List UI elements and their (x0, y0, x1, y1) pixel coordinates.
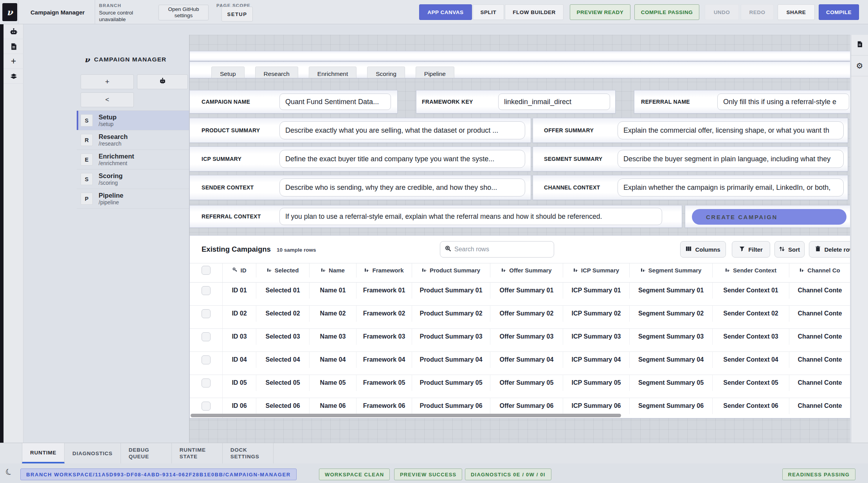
page-tab-research[interactable]: Research (255, 67, 298, 78)
dock-tab-debug-queue[interactable]: DEBUG QUEUE (121, 443, 172, 463)
sidebar-logo-icon: ν (85, 55, 90, 64)
column-header-name[interactable]: Name (310, 263, 357, 278)
referral-name-input[interactable] (717, 94, 849, 110)
column-header-icp-summary[interactable]: ICP Summary (563, 263, 630, 278)
column-header-product-summary[interactable]: Product Summary (412, 263, 490, 278)
offer-summary-input[interactable] (618, 121, 844, 139)
dock-tab-dock-settings[interactable]: DOCK SETTINGS (223, 443, 274, 463)
column-header-framework[interactable]: Framework (357, 263, 412, 278)
create-campaign-button[interactable]: CREATE CAMPAIGN (692, 209, 846, 225)
columns-button[interactable]: Columns (680, 241, 726, 258)
page-tab-setup[interactable]: Setup (211, 67, 245, 78)
delete-rows-button[interactable]: Delete rows (809, 241, 850, 258)
add-rail-button[interactable]: + (4, 54, 23, 69)
channel-context-label: CHANNEL CONTEXT (544, 184, 600, 191)
table-cell-spacer (190, 345, 223, 352)
document-panel-button[interactable] (851, 35, 868, 56)
share-button[interactable]: SHARE (778, 4, 815, 20)
referral-context-input[interactable] (279, 208, 662, 225)
table-cell: Offer Summary 04 (490, 352, 563, 368)
table-cell: Sender Context 02 (713, 306, 789, 322)
preview-success-badge: PREVIEW SUCCESS (394, 469, 462, 480)
filter-button[interactable]: Filter (732, 241, 770, 258)
row-checkbox[interactable] (202, 355, 211, 364)
settings-panel-button[interactable]: ⚙ (851, 56, 868, 76)
horizontal-scrollbar[interactable] (191, 414, 621, 417)
framework-key-input[interactable] (498, 94, 610, 110)
column-header-sender-context[interactable]: Sender Context (713, 263, 789, 278)
page-tab-enrichment[interactable]: Enrichment (309, 67, 357, 78)
redo-button[interactable]: REDO (741, 4, 774, 20)
layers-rail-button[interactable] (4, 69, 23, 84)
row-checkbox[interactable] (202, 402, 211, 411)
search-input[interactable] (454, 246, 549, 253)
page-tab-scoring[interactable]: Scoring (367, 67, 405, 78)
column-header-selected[interactable]: Selected (256, 263, 310, 278)
dock-tab-runtime[interactable]: RUNTIME (22, 443, 65, 463)
dock-tab-runtime-state[interactable]: RUNTIME STATE (172, 443, 223, 463)
product-summary-input[interactable] (279, 121, 525, 139)
channel-context-input[interactable] (618, 178, 844, 196)
segment-summary-input[interactable] (618, 150, 844, 168)
moon-icon[interactable]: ☾ (4, 466, 14, 478)
add-page-button[interactable]: + (81, 74, 134, 89)
table-cell: Offer Summary 06 (490, 398, 563, 414)
column-header-segment-summary[interactable]: Segment Summary (630, 263, 713, 278)
compile-button[interactable]: COMPILE (819, 4, 859, 20)
table-cell: Sender Context 03 (713, 329, 789, 345)
app-title: Campaign Manager (31, 0, 85, 24)
document-icon (856, 41, 863, 49)
table-cell: Product Summary 06 (412, 398, 490, 414)
campaign-name-input[interactable] (279, 94, 391, 110)
sort-bars-icon (364, 267, 369, 274)
table-cell: ID 02 (223, 306, 256, 322)
sidebar-item-setup[interactable]: S Setup/setup (77, 111, 189, 130)
diagnostics-badge: DIAGNOSTICS 0E / 0W / 0I (465, 469, 551, 480)
table-row: ID 02Selected 02Name 02Framework 02Produ… (190, 306, 850, 329)
tab-app-canvas[interactable]: APP CANVAS (419, 4, 472, 20)
app-logo: ν (2, 3, 17, 21)
sender-context-input[interactable] (279, 178, 525, 196)
row-checkbox[interactable] (202, 309, 211, 318)
sidebar-item-scoring[interactable]: S Scoring/scoring (77, 169, 189, 189)
dock-tab-diagnostics[interactable]: DIAGNOSTICS (65, 443, 121, 463)
page-tab-pipeline[interactable]: Pipeline (416, 67, 454, 78)
column-header-id[interactable]: ID (223, 263, 256, 278)
table-cell: ICP Summary 06 (563, 398, 630, 414)
top-bar: ν Campaign Manager BRANCH Source control… (0, 0, 868, 24)
row-checkbox[interactable] (202, 332, 211, 341)
sender-context-panel: SENDER CONTEXT (189, 175, 531, 200)
sidebar-item-research[interactable]: R Research/research (77, 130, 189, 150)
sort-button[interactable]: Sort (774, 241, 805, 258)
table-cell: Selected 05 (256, 375, 310, 391)
sender-context-label: SENDER CONTEXT (202, 184, 254, 191)
tab-flow-builder[interactable]: FLOW BUILDER (505, 4, 564, 20)
table-cell: Sender Context 05 (713, 375, 789, 391)
page-scope-button[interactable]: SETUP (222, 7, 253, 22)
logo-glyph: ν (7, 7, 13, 17)
icp-summary-input[interactable] (279, 150, 525, 168)
open-github-settings-button[interactable]: Open GitHub settings (158, 5, 209, 20)
select-all-checkbox[interactable] (202, 266, 211, 275)
undo-button[interactable]: UNDO (705, 4, 739, 20)
table-cell: ID 05 (223, 375, 256, 391)
column-header-offer-summary[interactable]: Offer Summary (490, 263, 563, 278)
page-badge: P (81, 193, 93, 205)
table-cell: Framework 02 (357, 306, 412, 322)
document-rail-button[interactable] (4, 39, 23, 54)
collapse-sidebar-button[interactable]: < (81, 92, 134, 107)
page-title: Scoring (99, 172, 122, 180)
row-checkbox[interactable] (202, 286, 211, 295)
row-checkbox[interactable] (202, 378, 211, 387)
robot-icon (159, 77, 166, 87)
table-cell: Segment Summary 04 (630, 352, 713, 368)
robot-assist-button[interactable] (137, 74, 188, 89)
tab-split[interactable]: SPLIT (473, 4, 504, 20)
sidebar-item-pipeline[interactable]: P Pipeline/pipeline (77, 189, 189, 209)
column-header-channel-context[interactable]: Channel Co (789, 263, 850, 278)
sort-bars-icon (267, 267, 272, 274)
table-cell: Selected 01 (256, 283, 310, 299)
sidebar-item-enrichment[interactable]: E Enrichment/enrichment (77, 150, 189, 169)
robot-rail-button[interactable] (4, 24, 23, 39)
table-cell: Segment Summary 01 (630, 283, 713, 299)
